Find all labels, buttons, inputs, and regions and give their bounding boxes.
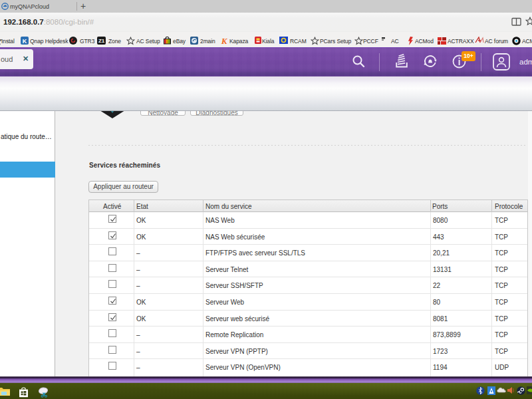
- svg-text:K: K: [23, 38, 27, 45]
- svg-text:K: K: [221, 37, 228, 45]
- svg-text:Z1: Z1: [98, 38, 105, 44]
